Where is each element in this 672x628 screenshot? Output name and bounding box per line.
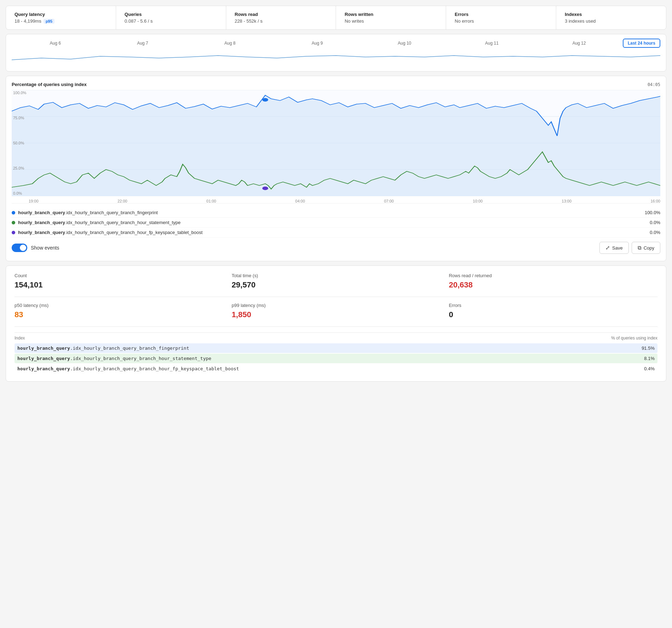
legend-dot [12,221,15,224]
copy-button[interactable]: ⧉ Copy [632,242,660,254]
legend-dot [12,211,15,215]
stat-item-errors: Errors No errors [446,6,556,29]
timeline-label: Aug 9 [274,41,361,46]
svg-point-6 [262,187,268,190]
legend-item: hourly_branch_query.idx_hourly_branch_qu… [12,208,660,218]
stat-item-indexes: Indexes 3 indexes used [556,6,666,29]
svg-point-7 [262,98,268,102]
legend-pct: 100.0% [645,210,660,215]
timeline-chart-svg [12,49,660,67]
show-events-label: Show events [31,245,59,251]
timeline-labels: Aug 6Aug 7Aug 8Aug 9Aug 10Aug 11Aug 12 L… [12,39,660,48]
timeline-label: Aug 11 [448,41,536,46]
stats-cards: Count 154,101Total time (s) 29,570Rows r… [6,266,666,382]
chart-svg [12,90,660,196]
x-axis-labels: 19:0022:0001:0004:0007:0010:0013:0016:00 [12,199,660,203]
save-icon: ⤢ [605,245,610,251]
stat-card-total-time: Total time (s) 29,570 [232,273,440,290]
chart-title: Percentage of queries using index [12,82,87,87]
timeline-chart [12,49,660,67]
stats-bar: Query latency 18 - 4,199msp95Queries 0.0… [6,6,666,30]
index-table-header: Index % of queries using index [15,332,657,343]
stats-grid-2: p50 latency (ms) 83p99 latency (ms) 1,85… [15,303,657,319]
legend-pct: 0.0% [650,220,660,225]
timeline-last[interactable]: Last 24 hours [623,39,660,48]
x-axis-label: 19:00 [29,199,39,203]
stat-card-rows-read-returned: Rows read / returned 20,638 [449,273,657,290]
show-events-toggle[interactable] [12,244,27,252]
timeline-label: Aug 7 [99,41,187,46]
save-button[interactable]: ⤢ Save [599,242,629,254]
chart-panel: Percentage of queries using index 04:05 [6,76,666,261]
index-row: hourly_branch_query.idx_hourly_branch_qu… [15,364,657,373]
timeline-label: Aug 12 [535,41,623,46]
index-row: hourly_branch_query.idx_hourly_branch_qu… [15,343,657,353]
stat-card-errors-count: Errors 0 [449,303,657,319]
copy-icon: ⧉ [638,245,642,251]
controls-row: Show events ⤢ Save ⧉ Copy [12,238,660,255]
x-axis-label: 01:00 [206,199,216,203]
x-axis-label: 04:00 [295,199,305,203]
x-axis-label: 16:00 [650,199,660,203]
stat-item-query-latency: Query latency 18 - 4,199msp95 [6,6,116,29]
chart-area: 100.0%75.0%50.0%25.0%0.0% [12,90,660,196]
stat-item-queries: Queries 0.087 - 5.6 / s [116,6,226,29]
stat-card-p99: p99 latency (ms) 1,850 [232,303,440,319]
btn-group: ⤢ Save ⧉ Copy [599,242,660,254]
stat-card-count: Count 154,101 [15,273,223,290]
stat-item-rows-written: Rows written No writes [336,6,446,29]
toggle-container: Show events [12,244,59,252]
stat-item-rows-read: Rows read 228 - 552k / s [226,6,336,29]
x-axis-label: 07:00 [384,199,394,203]
legend-pct: 0.0% [650,230,660,235]
index-rows: hourly_branch_query.idx_hourly_branch_qu… [15,343,657,373]
timeline-label: Aug 8 [186,41,274,46]
timeline-label: Aug 6 [12,41,99,46]
stat-card-p50: p50 latency (ms) 83 [15,303,223,319]
legend-item: hourly_branch_query.idx_hourly_branch_qu… [12,218,660,228]
x-axis-label: 13:00 [562,199,572,203]
legend: hourly_branch_query.idx_hourly_branch_qu… [12,203,660,238]
index-row: hourly_branch_query.idx_hourly_branch_qu… [15,354,657,363]
chart-time: 04:05 [648,82,660,87]
timeline-label: Aug 10 [361,41,448,46]
page: Query latency 18 - 4,199msp95Queries 0.0… [0,0,672,392]
stats-grid-1: Count 154,101Total time (s) 29,570Rows r… [15,273,657,290]
legend-dot [12,231,15,234]
x-axis-label: 22:00 [118,199,127,203]
chart-header: Percentage of queries using index 04:05 [12,82,660,87]
timeline-container: Aug 6Aug 7Aug 8Aug 9Aug 10Aug 11Aug 12 L… [6,34,666,72]
legend-item: hourly_branch_query.idx_hourly_branch_qu… [12,228,660,238]
x-axis-label: 10:00 [473,199,483,203]
